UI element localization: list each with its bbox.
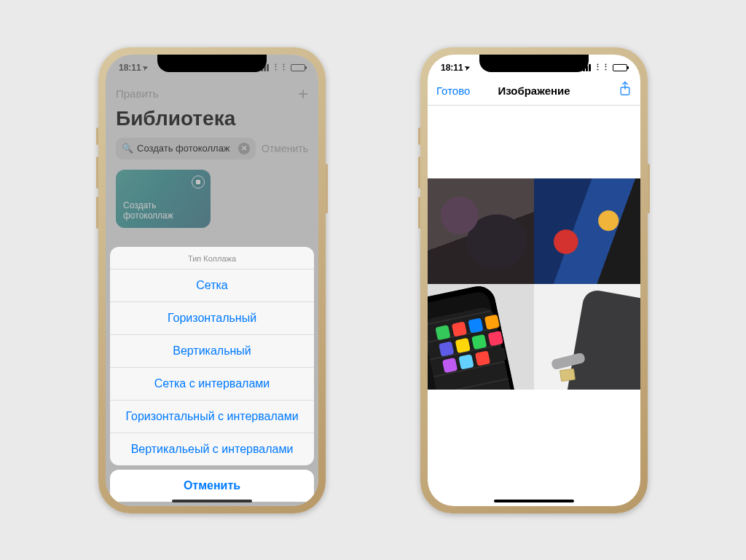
collage-cell-4 — [534, 284, 640, 390]
sheet-option-vertical-spaced[interactable]: Вертикальеый с интервалами — [110, 433, 314, 465]
nav-title: Изображение — [498, 84, 570, 97]
location-icon: ➤ — [141, 63, 149, 71]
collage-cell-3 — [428, 284, 534, 390]
share-button[interactable] — [619, 81, 632, 100]
sheet-option-vertical[interactable]: Вертикальный — [110, 335, 314, 368]
sheet-option-grid-spaced[interactable]: Сетка с интервалами — [110, 368, 314, 401]
wifi-icon: ⋮⋮ — [272, 63, 288, 72]
nav-bar: Готово Изображение — [428, 76, 640, 106]
home-indicator[interactable] — [172, 500, 252, 502]
share-icon — [619, 81, 632, 100]
sim-chip-graphic — [560, 368, 576, 382]
status-time: 18:11 — [441, 63, 463, 73]
status-time: 18:11 — [119, 63, 141, 73]
sheet-option-horizontal[interactable]: Горизонтальный — [110, 302, 314, 335]
phone-right: 18:11 ➤ ⋮⋮ Готово Изображение — [420, 47, 648, 513]
sheet-option-horizontal-spaced[interactable]: Горизонтальный с интервалами — [110, 401, 314, 433]
sim-tray-graphic — [551, 352, 586, 370]
notch — [157, 55, 267, 72]
home-indicator[interactable] — [494, 500, 574, 502]
collage-cell-2 — [534, 178, 640, 284]
phone-left: 18:11 ➤ ⋮⋮ Править + Библиотека 🔍 Создат… — [98, 47, 326, 513]
action-sheet-title: Тип Коллажа — [110, 247, 314, 269]
battery-icon — [613, 64, 627, 71]
action-sheet: Тип Коллажа Сетка Горизонтальный Вертика… — [110, 247, 314, 502]
location-icon: ➤ — [463, 63, 471, 71]
action-sheet-cancel[interactable]: Отменить — [110, 470, 314, 502]
notch — [479, 55, 589, 72]
collage-cell-1 — [428, 178, 534, 284]
wifi-icon: ⋮⋮ — [594, 63, 610, 72]
battery-icon — [291, 64, 305, 71]
screen-left: 18:11 ➤ ⋮⋮ Править + Библиотека 🔍 Создат… — [106, 55, 318, 506]
screen-right: 18:11 ➤ ⋮⋮ Готово Изображение — [428, 55, 640, 506]
collage-image[interactable] — [428, 178, 640, 390]
done-button[interactable]: Готово — [436, 84, 470, 97]
sheet-option-grid[interactable]: Сетка — [110, 269, 314, 302]
